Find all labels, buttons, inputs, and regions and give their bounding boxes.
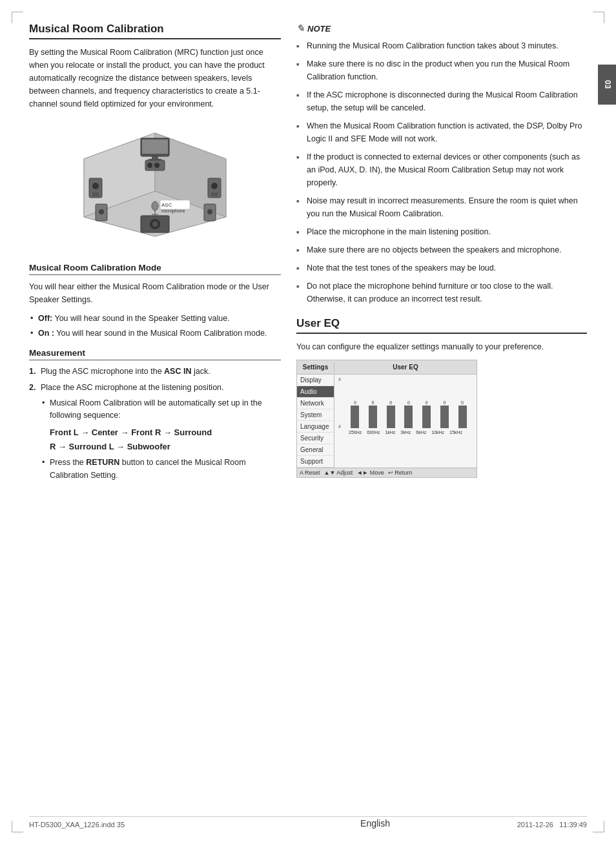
left-column: Musical Room Calibration By setting the …	[29, 23, 281, 487]
eq-bar-1-fill	[351, 406, 359, 428]
eq-controls-row: A Reset ▲▼ Adjust ◄► Move ↩ Return	[297, 468, 477, 477]
eq-bar-7-fill	[458, 406, 467, 428]
eq-bar-3-fill	[387, 406, 395, 428]
section-title-mrc: Musical Room Calibration	[29, 23, 281, 39]
eq-sidebar: Display Audio Network System Language Se…	[297, 375, 334, 468]
svg-rect-5	[142, 139, 168, 154]
eq-main: 4 4 0 0	[334, 375, 477, 468]
eq-y-axis: 4 4	[338, 377, 341, 429]
note-item-10: Do not place the microphone behind furni…	[296, 280, 587, 305]
eq-sidebar-display[interactable]: Display	[297, 375, 334, 386]
eq-bar-1: 0	[351, 400, 359, 429]
eq-sidebar-network[interactable]: Network	[297, 398, 334, 409]
eq-sidebar-audio[interactable]: Audio	[297, 386, 334, 398]
svg-point-24	[152, 201, 158, 211]
note-label: NOTE	[307, 24, 331, 34]
right-column: ✎ NOTE Running the Musical Room Calibrat…	[296, 23, 587, 487]
step-2-num: 2.	[29, 382, 36, 394]
eq-ctrl-adjust[interactable]: ▲▼ Adjust	[324, 469, 353, 476]
svg-point-9	[92, 183, 99, 189]
eq-bar-7: 0	[458, 400, 467, 429]
tab-label: Setup	[590, 74, 598, 96]
intro-paragraph: By setting the Musical Room Calibration …	[29, 46, 281, 110]
note-list: Running the Musical Room Calibration fun…	[296, 39, 587, 305]
note-item-9: Note that the test tones of the speakers…	[296, 262, 587, 274]
note-item-1: Running the Musical Room Calibration fun…	[296, 39, 587, 52]
user-eq-para: You can configure the equalizer settings…	[296, 340, 587, 353]
eq-sidebar-security[interactable]: Security	[297, 433, 334, 444]
sub-bullet-auto: Musical Room Calibration will be automat…	[41, 397, 281, 422]
corner-tl	[12, 12, 23, 23]
footer-file: HT-D5300_XAA_1226.indd 35	[29, 821, 125, 829]
eq-freq-10k: 10kHz	[431, 430, 444, 435]
svg-text:ASC: ASC	[161, 202, 172, 208]
eq-title-bar: Settings User EQ	[297, 360, 477, 375]
step-2-return: Press the RETURN button to cancel the Mu…	[41, 457, 281, 482]
mode-bullets: Off: You will hear sound in the Speaker …	[29, 313, 281, 340]
sub-bullet-return: Press the RETURN button to cancel the Mu…	[41, 457, 281, 482]
footer-time: 11:39:49	[559, 821, 587, 829]
note-item-7: Place the microphone in the main listeni…	[296, 225, 587, 238]
page-content: Musical Room Calibration By setting the …	[29, 23, 587, 487]
subsection-title-mode: Musical Room Calibration Mode	[29, 263, 281, 275]
svg-rect-13	[211, 192, 218, 196]
eq-sidebar-general[interactable]: General	[297, 444, 334, 456]
note-section: ✎ NOTE Running the Musical Room Calibrat…	[296, 23, 587, 305]
eq-sidebar-language[interactable]: Language	[297, 421, 334, 433]
sequence-text: Front L → Center → Front R → Surround R …	[41, 426, 281, 454]
corner-br	[593, 821, 604, 832]
eq-freq-1k: 1kHz	[385, 430, 395, 435]
subsection-title-measurement: Measurement	[29, 348, 281, 360]
eq-freq-630: 630Hz	[367, 430, 380, 435]
eq-freq-250: 250Hz	[349, 430, 362, 435]
note-item-8: Make sure there are no objects between t…	[296, 243, 587, 256]
eq-freq-15k: 15kHz	[449, 430, 462, 435]
note-icon: ✎	[296, 23, 305, 34]
mode-para: You will hear either the Musical Room Ca…	[29, 280, 281, 306]
note-item-2: Make sure there is no disc in the produc…	[296, 57, 587, 83]
user-eq-title: User EQ	[296, 317, 587, 334]
eq-y-neg4: 4	[338, 424, 341, 429]
svg-rect-10	[92, 192, 99, 196]
eq-bars: 0 0 0 0	[346, 378, 471, 429]
svg-point-18	[99, 209, 104, 214]
svg-text:microphone: microphone	[161, 209, 185, 214]
side-tab: 03 Setup	[598, 65, 616, 105]
step-1-num: 1.	[29, 365, 36, 378]
note-item-5: If the product is connected to external …	[296, 150, 587, 189]
eq-bar-1-val: 0	[354, 400, 356, 405]
eq-bar-3: 0	[387, 400, 395, 429]
eq-bars-area: 4 4 0 0	[337, 377, 474, 429]
step-1: 1. Plug the ASC microphone into the ASC …	[29, 365, 281, 378]
speaker-diagram: ASC microphone	[29, 117, 281, 252]
eq-bar-3-val: 0	[389, 400, 392, 405]
corner-tr	[593, 12, 604, 23]
eq-y-4: 4	[338, 377, 341, 382]
eq-bar-2-fill	[369, 406, 377, 428]
eq-ctrl-reset[interactable]: A Reset	[300, 469, 320, 476]
step-2-subbullets: Musical Room Calibration will be automat…	[41, 397, 281, 422]
eq-ctrl-move[interactable]: ◄► Move	[356, 469, 384, 476]
eq-bar-5: 0	[422, 400, 431, 429]
footer-date-time: 2011-12-26 11:39:49	[517, 821, 587, 829]
page-footer: HT-D5300_XAA_1226.indd 35 2011-12-26 11:…	[29, 816, 587, 829]
eq-ctrl-return[interactable]: ↩ Return	[388, 469, 413, 476]
eq-bar-5-val: 0	[426, 400, 428, 405]
eq-sidebar-system[interactable]: System	[297, 409, 334, 421]
speaker-diagram-svg: ASC microphone	[45, 120, 265, 249]
eq-bar-6-val: 0	[443, 400, 446, 405]
note-item-6: Noise may result in incorrect measuremen…	[296, 194, 587, 220]
svg-point-12	[211, 183, 218, 189]
eq-sidebar-support[interactable]: Support	[297, 456, 334, 468]
svg-point-20	[207, 209, 212, 214]
eq-body: Display Audio Network System Language Se…	[297, 375, 477, 468]
eq-user-eq-label: User EQ	[334, 362, 477, 372]
eq-bar-4-val: 0	[407, 400, 410, 405]
eq-screenshot: Settings User EQ Display Audio Network S…	[296, 360, 477, 478]
step-2: 2. Place the ASC microphone at the liste…	[29, 382, 281, 482]
eq-settings-label: Settings	[297, 362, 334, 372]
eq-bar-2-val: 0	[372, 400, 375, 405]
eq-freq-3k: 3kHz	[400, 430, 411, 435]
corner-bl	[12, 821, 23, 832]
eq-freq-labels: 250Hz 630Hz 1kHz 3kHz 6kHz 10kHz 15kHz	[337, 429, 474, 436]
